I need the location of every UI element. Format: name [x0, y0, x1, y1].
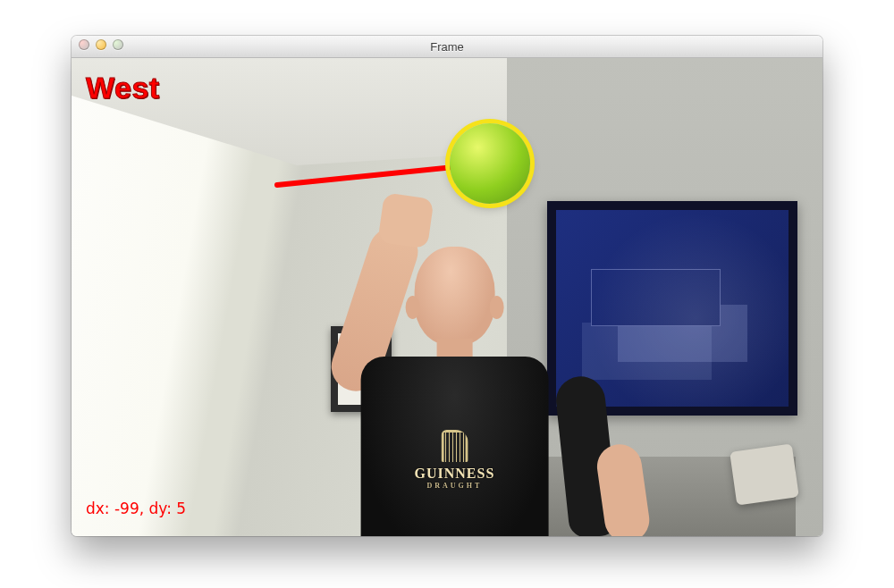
close-icon[interactable] — [79, 39, 89, 50]
person-ear-right — [489, 296, 503, 319]
scene-cushion — [730, 443, 799, 505]
minimize-icon[interactable] — [96, 39, 106, 50]
harp-icon — [441, 430, 468, 462]
zoom-icon[interactable] — [113, 39, 123, 50]
tshirt-logo: GUINNESS DRAUGHT — [405, 430, 503, 490]
person-ear-left — [405, 296, 419, 319]
hud-direction-label: West — [86, 71, 160, 105]
video-window: Frame — [72, 36, 822, 536]
window-titlebar[interactable]: Frame — [72, 36, 822, 58]
tracked-ball — [450, 123, 530, 204]
traffic-lights — [79, 39, 123, 50]
tshirt-subline: DRAUGHT — [405, 482, 503, 490]
tshirt-brand: GUINNESS — [414, 466, 494, 481]
app-stage: Frame — [0, 0, 894, 588]
window-title: Frame — [430, 40, 464, 54]
video-frame: GUINNESS DRAUGHT West dx: -99, dy: 5 — [72, 58, 822, 536]
hud-delta-readout: dx: -99, dy: 5 — [86, 500, 186, 517]
person-head — [414, 247, 494, 345]
scene-person: GUINNESS DRAUGHT — [340, 162, 590, 536]
